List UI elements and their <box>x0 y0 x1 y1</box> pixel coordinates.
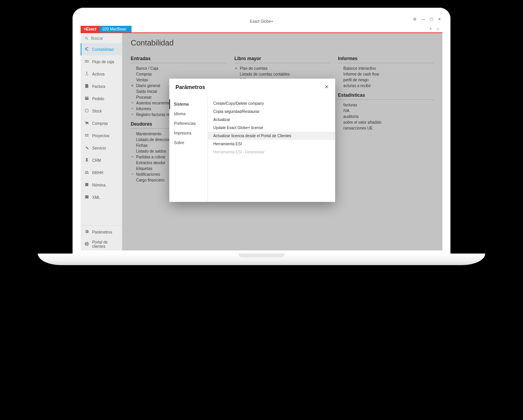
laptop-frame: Exact Globe+ ⚙ — ▢ ✕ =Exact 020 MacBean … <box>73 8 450 254</box>
order-icon <box>84 96 89 101</box>
sidebar-item-pedido[interactable]: Pedido <box>81 92 122 105</box>
sidebar-item-label: Servicio <box>92 146 106 150</box>
sidebar-item-label: RRHH <box>92 171 103 175</box>
parameters-modal: Parámetros ✕ SistemaIdiomaPreferenciasIm… <box>169 79 335 202</box>
menu-link[interactable]: Informe de cash flow <box>338 71 434 77</box>
sidebar-item-compras[interactable]: Compras <box>81 117 122 129</box>
sidebar-item-proyectos[interactable]: Proyectos <box>81 129 122 142</box>
projects-icon <box>84 133 89 138</box>
tab-strip: =Exact 020 MacBean + ☆ <box>81 25 442 33</box>
company-tab[interactable]: 020 MacBean <box>100 26 132 32</box>
crm-icon <box>84 158 89 163</box>
sidebar-item-label: Proyectos <box>92 134 109 138</box>
screen: Exact Globe+ ⚙ — ▢ ✕ =Exact 020 MacBean … <box>81 17 442 250</box>
sidebar: Buscar ContabilidadFlujo de cajaActivosF… <box>81 33 122 250</box>
sidebar-item-label: Portal de clientes <box>92 240 118 249</box>
modal-nav-idioma[interactable]: Idioma <box>169 109 208 119</box>
modal-option[interactable]: Actualizar <box>208 116 335 124</box>
modal-option[interactable]: Update Exact Globe+ license <box>208 124 335 132</box>
sidebar-item-parámetros[interactable]: Parámetros <box>81 226 122 238</box>
modal-nav-sistema[interactable]: Sistema <box>169 99 208 109</box>
menu-link-partial[interactable]: IVA <box>338 108 434 114</box>
sidebar-item-stock[interactable]: Stock <box>81 105 122 117</box>
sidebar-item-portal-de-clientes[interactable]: Portal de clientes <box>81 238 122 250</box>
xml-icon <box>84 195 89 200</box>
sidebar-item-label: Stock <box>92 109 102 113</box>
modal-option[interactable]: Create/Copy/Delete company <box>208 99 335 108</box>
section-title: Entradas <box>131 56 227 63</box>
sidebar-item-label: Contabilidad <box>92 47 114 52</box>
menu-link-partial[interactable]: ransacciones UE <box>338 125 434 131</box>
sidebar-item-label: CRM <box>92 158 101 163</box>
menu-link-partial[interactable]: acturas a recibir <box>338 83 434 89</box>
sidebar-item-crm[interactable]: CRM <box>81 154 122 166</box>
maximize-button[interactable]: ▢ <box>430 17 433 21</box>
search-icon <box>84 36 89 40</box>
window-title: Exact Globe+ <box>250 19 273 24</box>
minimize-button[interactable]: — <box>421 17 425 21</box>
sidebar-item-label: Flujo de caja <box>92 60 114 64</box>
favorite-icon[interactable]: ☆ <box>436 26 440 32</box>
sidebar-item-label: XML <box>92 195 100 200</box>
sidebar-item-xml[interactable]: XML <box>81 191 122 203</box>
window-titlebar: Exact Globe+ ⚙ — ▢ ✕ <box>81 17 442 25</box>
laptop-notch <box>238 254 285 257</box>
close-button[interactable]: ✕ <box>438 17 441 21</box>
euro-icon <box>84 47 89 52</box>
payroll-icon <box>84 182 89 188</box>
modal-nav-sobre[interactable]: Sobre <box>169 138 208 148</box>
sidebar-item-label: Pedido <box>92 97 104 101</box>
modal-option[interactable]: Copia seguridad/Restaurar <box>208 108 335 116</box>
modal-nav-preferencias[interactable]: Preferencias <box>169 119 208 128</box>
settings-icon[interactable]: ⚙ <box>413 17 417 21</box>
gear-icon <box>84 229 89 235</box>
search-placeholder: Buscar <box>91 36 103 40</box>
section-title: Libro mayor <box>235 56 331 63</box>
menu-link[interactable]: Plan de cuentas <box>235 66 331 71</box>
laptop-base <box>38 254 485 265</box>
brand-logo[interactable]: =Exact <box>81 26 100 32</box>
people-icon <box>84 170 89 175</box>
sidebar-item-servicio[interactable]: Servicio <box>81 142 122 154</box>
add-tab-icon[interactable]: + <box>429 26 432 32</box>
invoice-icon <box>84 84 89 89</box>
sidebar-item-label: Nómina <box>92 183 105 187</box>
cart-icon <box>84 121 89 126</box>
sidebar-item-label: Compras <box>92 121 108 126</box>
cash-icon <box>84 59 89 64</box>
menu-link-partial[interactable]: auditoría <box>338 114 434 119</box>
menu-link[interactable]: Balance interactivo <box>338 66 434 71</box>
section-title: Estadísticas <box>338 92 434 100</box>
window-controls: ⚙ — ▢ ✕ <box>413 17 441 21</box>
menu-link-partial[interactable]: facturas <box>338 102 434 108</box>
portal-icon <box>84 242 89 247</box>
sidebar-item-flujo-de-caja[interactable]: Flujo de caja <box>81 55 122 68</box>
device-shadow <box>53 274 470 381</box>
sidebar-item-factura[interactable]: Factura <box>81 80 122 92</box>
stock-icon <box>84 108 89 114</box>
sidebar-item-contabilidad[interactable]: Contabilidad <box>81 43 122 55</box>
modal-nav-impresora[interactable]: Impresora <box>169 128 208 138</box>
menu-link[interactable]: Compras <box>131 71 227 77</box>
menu-link[interactable]: Listado de cuentas contables <box>235 71 331 77</box>
modal-title: Parámetros <box>175 84 205 90</box>
modal-option[interactable]: Actualizar licencia desde el Portal de C… <box>208 132 335 140</box>
sidebar-item-activos[interactable]: Activos <box>81 68 122 80</box>
sidebar-item-rrhh[interactable]: RRHH <box>81 166 122 179</box>
sidebar-item-label: Activos <box>92 72 105 76</box>
sidebar-item-nómina[interactable]: Nómina <box>81 179 122 191</box>
page-title: Contabilidad <box>131 39 434 47</box>
tab-actions: + ☆ <box>429 26 440 32</box>
sidebar-item-label: Parámetros <box>92 230 112 234</box>
modal-option: Herramienta ESI - Desinstalar <box>208 148 335 156</box>
modal-list: Create/Copy/Delete companyCopia segurida… <box>208 97 335 202</box>
modal-nav: SistemaIdiomaPreferenciasImpresoraSobre <box>169 97 208 202</box>
modal-option[interactable]: Herramienta ESI <box>208 140 335 148</box>
modal-close-button[interactable]: ✕ <box>324 84 329 89</box>
wrench-icon <box>84 145 89 151</box>
menu-link[interactable]: Banco / Caja <box>131 66 227 71</box>
menu-link-partial[interactable]: sobre el valor añadido <box>338 119 434 125</box>
sidebar-item-label: Factura <box>92 84 105 89</box>
search-input[interactable]: Buscar <box>81 33 122 43</box>
menu-link-partial[interactable]: perfil de riesgo <box>338 77 434 83</box>
